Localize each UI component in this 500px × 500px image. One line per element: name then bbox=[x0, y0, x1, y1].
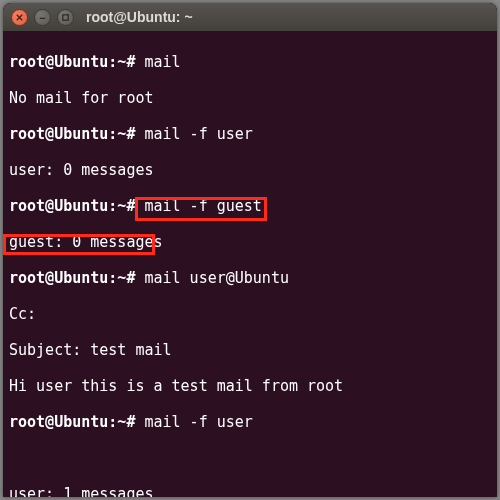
window-title: root@Ubuntu: ~ bbox=[86, 9, 193, 25]
output: user: 0 messages bbox=[9, 161, 491, 179]
cmd: mail bbox=[144, 53, 180, 71]
output: Cc: bbox=[9, 305, 491, 323]
cmd: mail -f user bbox=[144, 413, 252, 431]
terminal-window: root@Ubuntu: ~ root@Ubuntu:~# mail No ma… bbox=[3, 3, 497, 497]
cmd: mail -f guest bbox=[144, 197, 261, 215]
prompt: root@Ubuntu:~# bbox=[9, 53, 144, 71]
cmd: mail -f user bbox=[144, 125, 252, 143]
output: user: 1 messages bbox=[9, 485, 491, 497]
output: Hi user this is a test mail from root bbox=[9, 377, 491, 395]
minimize-icon[interactable] bbox=[34, 9, 51, 26]
titlebar[interactable]: root@Ubuntu: ~ bbox=[3, 3, 497, 31]
svg-rect-3 bbox=[63, 14, 68, 19]
prompt: root@Ubuntu:~# bbox=[9, 413, 144, 431]
close-icon[interactable] bbox=[11, 9, 28, 26]
output: Subject: test mail bbox=[9, 341, 491, 359]
prompt: root@Ubuntu:~# bbox=[9, 125, 144, 143]
prompt: root@Ubuntu:~# bbox=[9, 269, 144, 287]
terminal-body[interactable]: root@Ubuntu:~# mail No mail for root roo… bbox=[3, 31, 497, 497]
prompt: root@Ubuntu:~# bbox=[9, 197, 144, 215]
maximize-icon[interactable] bbox=[57, 9, 74, 26]
cmd: mail user@Ubuntu bbox=[144, 269, 289, 287]
output: No mail for root bbox=[9, 89, 491, 107]
output bbox=[9, 449, 491, 467]
output: guest: 0 messages bbox=[9, 233, 491, 251]
